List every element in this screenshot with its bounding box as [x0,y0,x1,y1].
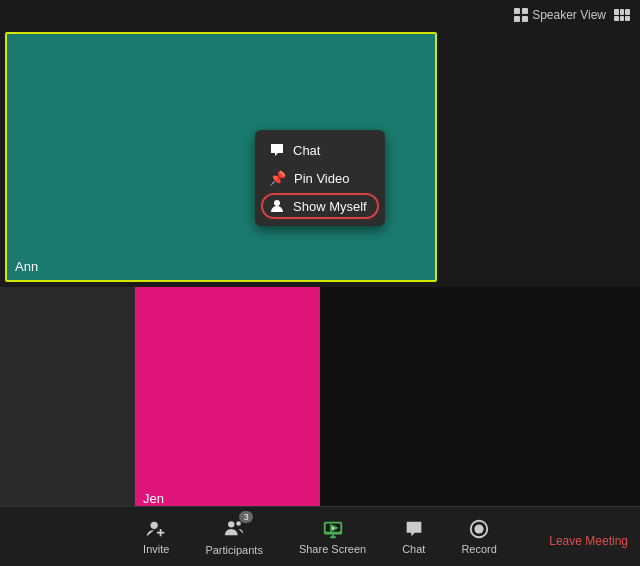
top-bar: Speaker View [0,0,640,30]
svg-point-10 [475,524,484,533]
record-icon [468,518,490,540]
svg-point-5 [236,521,241,526]
svg-point-1 [151,522,158,529]
invite-button[interactable]: Invite [125,507,187,566]
context-menu: Chat 📌 Pin Video Show Myself [255,130,385,226]
svg-point-0 [274,200,280,206]
speaker-view-button[interactable]: Speaker View [514,8,606,22]
video-panel-left [0,287,135,512]
person-icon [269,198,285,214]
svg-point-4 [228,521,234,527]
participants-icon-wrapper: 3 [223,517,245,541]
menu-item-pin-video[interactable]: 📌 Pin Video [255,164,385,192]
leave-meeting-label: Leave Meeting [549,534,628,548]
chat-label: Chat [402,543,425,555]
menu-show-myself-label: Show Myself [293,199,367,214]
gallery-view-icon[interactable] [614,9,630,21]
participants-label: Participants [205,544,262,556]
invite-icon [145,518,167,540]
chat-icon [269,142,285,158]
leave-meeting-button[interactable]: Leave Meeting [549,534,628,548]
video-panel-right [320,287,640,512]
participants-badge: 3 [239,511,253,523]
pin-icon: 📌 [269,170,286,186]
share-screen-label: Share Screen [299,543,366,555]
ann-name-label: Ann [15,259,38,274]
share-screen-button[interactable]: Share Screen [281,507,384,566]
video-panel-jen: Jen [135,287,320,512]
menu-pin-label: Pin Video [294,171,349,186]
share-screen-icon [322,518,344,540]
invite-label: Invite [143,543,169,555]
menu-chat-label: Chat [293,143,320,158]
toolbar: Invite 3 Participants Share Screen Ch [0,506,640,566]
record-button[interactable]: Record [443,507,514,566]
menu-item-show-myself[interactable]: Show Myself [255,192,385,220]
speaker-view-label: Speaker View [532,8,606,22]
chat-button[interactable]: Chat [384,507,443,566]
chat-toolbar-icon [403,518,425,540]
menu-item-chat[interactable]: Chat [255,136,385,164]
speaker-view-icon [514,8,528,22]
participants-button[interactable]: 3 Participants [187,507,280,566]
bottom-video-section: Jen [0,287,640,512]
record-label: Record [461,543,496,555]
jen-name-label: Jen [143,491,164,506]
